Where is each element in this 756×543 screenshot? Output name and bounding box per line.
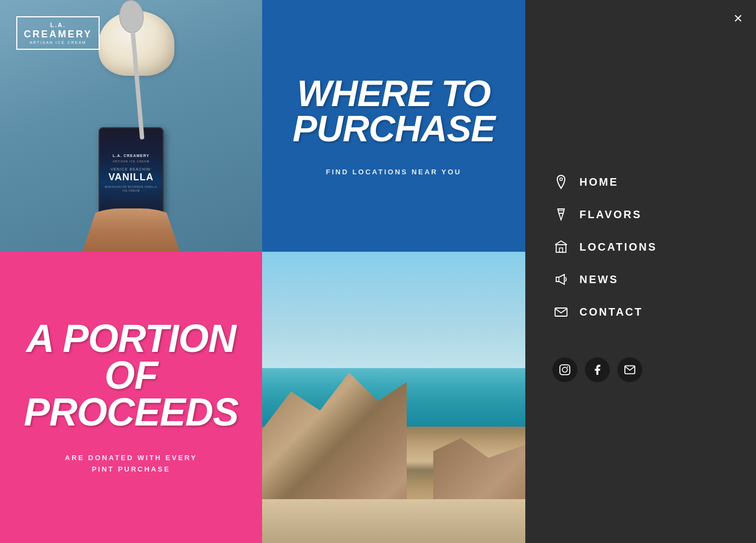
where-to-line2: PURCHASE xyxy=(292,111,495,146)
nav-label-contact: CONTACT xyxy=(579,306,643,318)
navigation: HOME FLAVORS xyxy=(552,173,734,336)
facebook-button[interactable] xyxy=(585,357,610,382)
svg-point-2 xyxy=(560,178,563,181)
svg-point-8 xyxy=(562,367,567,372)
proceeds-title: A PORTION OF PROCEEDS xyxy=(22,320,240,431)
icecream-scene: L.A. CREAMERY ARTISAN ICE CREAM xyxy=(0,0,262,252)
contact-icon xyxy=(552,303,570,320)
page-layout: L.A. CREAMERY ARTISAN ICE CREAM xyxy=(0,0,756,543)
nav-label-locations: LOCATIONS xyxy=(579,241,657,253)
svg-rect-6 xyxy=(555,308,567,316)
home-icon xyxy=(552,173,570,191)
coastal-photo-quadrant xyxy=(262,252,525,543)
proceeds-line2: PROCEEDS xyxy=(22,394,240,430)
nav-item-contact[interactable]: CONTACT xyxy=(552,303,734,320)
locations-icon xyxy=(552,238,570,256)
coastal-scene xyxy=(262,252,525,543)
svg-rect-4 xyxy=(556,245,566,252)
sidebar: × HOME xyxy=(525,0,756,543)
sky xyxy=(262,252,525,383)
where-to-subtitle: FIND LOCATIONS NEAR YOU xyxy=(326,168,462,176)
hand-visual xyxy=(82,208,180,252)
nav-item-home[interactable]: HOME xyxy=(552,173,734,191)
news-icon xyxy=(552,271,570,288)
logo[interactable]: L.A. CREAMERY ARTISAN ICE CREAM xyxy=(16,16,100,50)
nav-item-news[interactable]: NEWS xyxy=(552,271,734,288)
where-to-title: WHERE TO PURCHASE xyxy=(292,76,495,146)
beach xyxy=(262,499,525,543)
svg-rect-5 xyxy=(559,248,563,252)
instagram-button[interactable] xyxy=(552,357,577,382)
logo-la: L.A. xyxy=(24,22,92,29)
email-button[interactable] xyxy=(617,357,642,382)
where-to-purchase-quadrant: WHERE TO PURCHASE FIND LOCATIONS NEAR YO… xyxy=(262,0,525,252)
nav-label-home: HOME xyxy=(579,176,618,188)
proceeds-quadrant: A PORTION OF PROCEEDS ARE DONATED WITH E… xyxy=(0,252,262,543)
proceeds-sub-line2: PINT PURCHASE xyxy=(65,464,197,475)
icecream-photo-quadrant: L.A. CREAMERY ARTISAN ICE CREAM xyxy=(0,0,262,252)
proceeds-sub-line1: ARE DONATED WITH EVERY xyxy=(65,453,197,464)
logo-sub: ARTISAN ICE CREAM xyxy=(24,41,92,44)
svg-rect-7 xyxy=(560,365,570,375)
proceeds-line1: A PORTION OF xyxy=(22,320,240,394)
svg-rect-1 xyxy=(131,31,144,140)
nav-item-locations[interactable]: LOCATIONS xyxy=(552,238,734,256)
where-to-line1: WHERE TO xyxy=(292,76,495,111)
proceeds-subtitle: ARE DONATED WITH EVERY PINT PURCHASE xyxy=(65,453,197,475)
svg-point-9 xyxy=(567,367,568,368)
nav-label-news: NEWS xyxy=(579,273,618,286)
close-button[interactable]: × xyxy=(734,11,742,26)
nav-item-flavors[interactable]: FLAVORS xyxy=(552,206,734,223)
content-area: L.A. CREAMERY ARTISAN ICE CREAM xyxy=(0,0,525,543)
flavors-icon xyxy=(552,206,570,223)
social-row xyxy=(552,357,642,382)
logo-creamery: CREAMERY xyxy=(24,29,92,41)
nav-label-flavors: FLAVORS xyxy=(579,208,642,221)
svg-point-0 xyxy=(118,0,145,34)
